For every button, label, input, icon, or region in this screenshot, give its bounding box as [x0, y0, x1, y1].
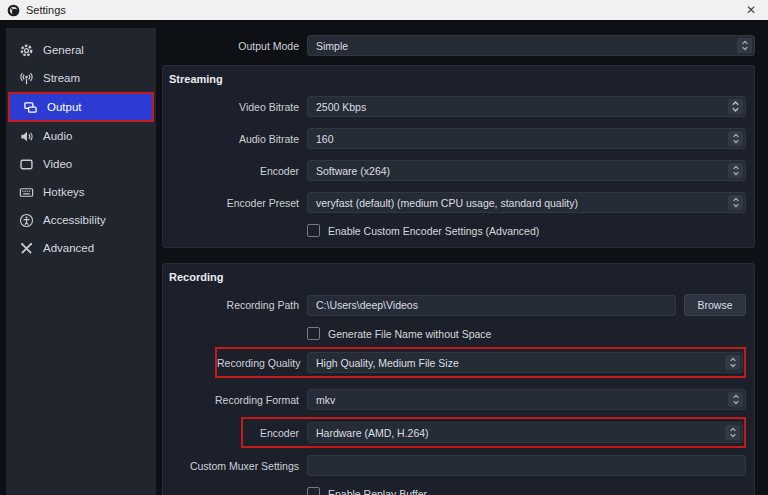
- generate-filename-label: Generate File Name without Space: [328, 328, 491, 340]
- sidebar-item-output[interactable]: Output: [10, 94, 152, 120]
- recording-quality-row: Recording Quality High Quality, Medium F…: [217, 352, 743, 373]
- recording-path-value: C:\Users\deep\Videos: [316, 299, 418, 311]
- custom-muxer-label: Custom Muxer Settings: [169, 460, 299, 472]
- stream-encoder-value: Software (x264): [316, 165, 390, 177]
- sidebar-item-stream[interactable]: Stream: [6, 64, 156, 92]
- recording-header: Recording: [169, 271, 746, 283]
- output-highlight-box: Output: [8, 92, 154, 122]
- recording-format-select[interactable]: mkv: [307, 389, 746, 410]
- dropdown-arrows-icon[interactable]: [728, 131, 743, 146]
- settings-body: General Stream: [0, 20, 768, 495]
- sidebar-item-label: Hotkeys: [43, 186, 85, 198]
- stepper-arrows-icon[interactable]: [728, 99, 743, 114]
- window-title: Settings: [26, 4, 66, 16]
- sidebar-item-general[interactable]: General: [6, 36, 156, 64]
- audio-bitrate-row: Audio Bitrate 160: [169, 128, 746, 149]
- dropdown-arrows-icon[interactable]: [725, 355, 740, 370]
- output-mode-row: Output Mode Simple: [162, 35, 755, 56]
- audio-bitrate-value: 160: [316, 133, 334, 145]
- settings-window: Settings ✕ General: [0, 0, 768, 495]
- recording-quality-highlight-box: Recording Quality High Quality, Medium F…: [215, 347, 746, 378]
- sidebar-item-advanced[interactable]: Advanced: [6, 234, 156, 262]
- audio-bitrate-label: Audio Bitrate: [169, 133, 299, 145]
- recording-format-label: Recording Format: [169, 394, 299, 406]
- output-mode-value: Simple: [316, 40, 348, 52]
- replay-buffer-row: Enable Replay Buffer: [307, 487, 746, 495]
- custom-muxer-row: Custom Muxer Settings: [169, 455, 746, 476]
- recording-quality-label: Recording Quality: [217, 357, 299, 369]
- tools-icon: [19, 241, 34, 256]
- replay-buffer-checkbox[interactable]: [307, 487, 320, 495]
- recording-encoder-select[interactable]: Hardware (AMD, H.264): [307, 422, 743, 443]
- encoder-preset-select[interactable]: veryfast (default) (medium CPU usage, st…: [307, 192, 746, 213]
- recording-quality-select[interactable]: High Quality, Medium File Size: [307, 352, 743, 373]
- stream-icon: [19, 71, 34, 86]
- recording-group: Recording Recording Path C:\Users\deep\V…: [162, 263, 755, 495]
- keyboard-icon: [19, 185, 34, 200]
- encoder-preset-label: Encoder Preset: [169, 197, 299, 209]
- generate-filename-checkbox[interactable]: [307, 327, 320, 340]
- video-bitrate-value: 2500 Kbps: [316, 101, 366, 113]
- gear-icon: [19, 43, 34, 58]
- dropdown-arrows-icon[interactable]: [728, 163, 743, 178]
- video-bitrate-input[interactable]: 2500 Kbps: [307, 96, 746, 117]
- custom-encoder-settings-label: Enable Custom Encoder Settings (Advanced…: [328, 225, 539, 237]
- streaming-group: Streaming Video Bitrate 2500 Kbps Audio …: [162, 65, 755, 248]
- custom-encoder-settings-row: Enable Custom Encoder Settings (Advanced…: [307, 224, 746, 237]
- output-mode-select[interactable]: Simple: [307, 35, 755, 56]
- browse-button[interactable]: Browse: [684, 294, 746, 316]
- dropdown-arrows-icon[interactable]: [728, 195, 743, 210]
- accessibility-icon: [19, 213, 34, 228]
- sidebar-item-accessibility[interactable]: Accessibility: [6, 206, 156, 234]
- audio-icon: [19, 129, 34, 144]
- stream-encoder-select[interactable]: Software (x264): [307, 160, 746, 181]
- sidebar-item-label: Audio: [43, 130, 72, 142]
- recording-format-row: Recording Format mkv: [169, 389, 746, 410]
- dropdown-arrows-icon[interactable]: [737, 38, 752, 53]
- encoder-preset-value: veryfast (default) (medium CPU usage, st…: [316, 197, 578, 209]
- recording-encoder-row: Encoder Hardware (AMD, H.264): [243, 422, 743, 443]
- recording-encoder-label: Encoder: [243, 427, 299, 439]
- dropdown-arrows-icon[interactable]: [725, 425, 740, 440]
- output-settings-panel: Output Mode Simple Streaming Video Bitra…: [156, 28, 768, 495]
- streaming-header: Streaming: [169, 73, 746, 85]
- recording-path-label: Recording Path: [169, 299, 299, 311]
- recording-format-value: mkv: [316, 394, 335, 406]
- stream-encoder-label: Encoder: [169, 165, 299, 177]
- audio-bitrate-select[interactable]: 160: [307, 128, 746, 149]
- encoder-preset-row: Encoder Preset veryfast (default) (mediu…: [169, 192, 746, 213]
- output-icon: [23, 100, 38, 115]
- sidebar-item-audio[interactable]: Audio: [6, 122, 156, 150]
- dropdown-arrows-icon[interactable]: [728, 392, 743, 407]
- close-button[interactable]: ✕: [734, 0, 768, 20]
- sidebar-item-video[interactable]: Video: [6, 150, 156, 178]
- video-bitrate-label: Video Bitrate: [169, 101, 299, 113]
- sidebar: General Stream: [6, 28, 156, 495]
- custom-encoder-settings-checkbox[interactable]: [307, 224, 320, 237]
- recording-path-row: Recording Path C:\Users\deep\Videos Brow…: [169, 294, 746, 316]
- recording-path-input[interactable]: C:\Users\deep\Videos: [307, 295, 676, 316]
- sidebar-item-label: Accessibility: [43, 214, 106, 226]
- sidebar-item-label: Output: [47, 101, 82, 113]
- sidebar-item-hotkeys[interactable]: Hotkeys: [6, 178, 156, 206]
- sidebar-item-label: Video: [43, 158, 72, 170]
- recording-encoder-value: Hardware (AMD, H.264): [316, 427, 429, 439]
- video-bitrate-row: Video Bitrate 2500 Kbps: [169, 96, 746, 117]
- replay-buffer-label: Enable Replay Buffer: [328, 488, 427, 495]
- recording-encoder-highlight-box: Encoder Hardware (AMD, H.264): [241, 417, 746, 448]
- output-mode-label: Output Mode: [169, 40, 299, 52]
- recording-quality-value: High Quality, Medium File Size: [316, 357, 459, 369]
- sidebar-item-label: Stream: [43, 72, 80, 84]
- custom-muxer-input[interactable]: [307, 455, 746, 476]
- sidebar-item-label: General: [43, 44, 84, 56]
- generate-filename-row: Generate File Name without Space: [307, 327, 746, 340]
- obs-logo-icon: [7, 4, 20, 17]
- title-bar: Settings ✕: [0, 0, 768, 20]
- video-icon: [19, 157, 34, 172]
- sidebar-item-label: Advanced: [43, 242, 94, 254]
- stream-encoder-row: Encoder Software (x264): [169, 160, 746, 181]
